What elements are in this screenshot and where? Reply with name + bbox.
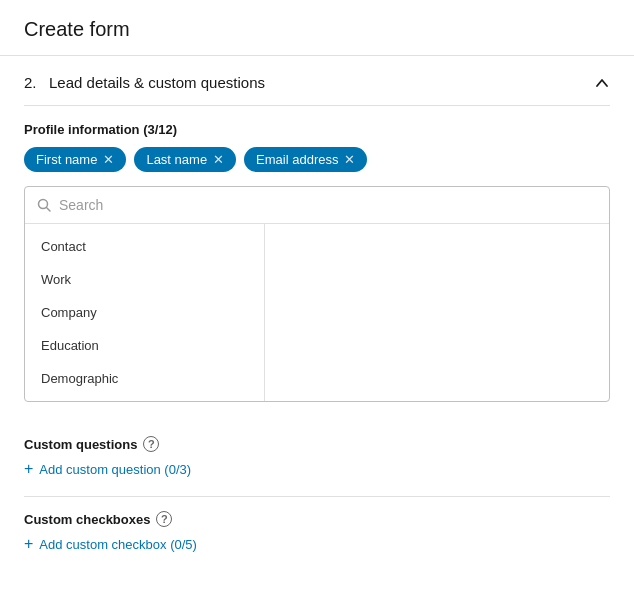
- custom-checkboxes-help-icon[interactable]: ?: [156, 511, 172, 527]
- dropdown-right-panel: [265, 224, 609, 401]
- custom-questions-label: Custom questions ?: [24, 436, 610, 452]
- tag-email-address[interactable]: Email address ✕: [244, 147, 367, 172]
- remove-first-name-icon[interactable]: ✕: [103, 152, 114, 167]
- profile-info-section: Profile information (3/12) First name ✕ …: [24, 106, 610, 553]
- dropdown-item-company[interactable]: Company: [25, 296, 264, 329]
- dropdown-item-contact[interactable]: Contact: [25, 230, 264, 263]
- profile-info-label: Profile information (3/12): [24, 122, 610, 137]
- remove-email-address-icon[interactable]: ✕: [344, 152, 355, 167]
- search-icon: [37, 198, 51, 212]
- dropdown-item-education[interactable]: Education: [25, 329, 264, 362]
- tag-first-name-label: First name: [36, 152, 97, 167]
- custom-questions-section: Custom questions ? + Add custom question…: [24, 422, 610, 478]
- chevron-up-icon[interactable]: [594, 75, 610, 91]
- tag-last-name[interactable]: Last name ✕: [134, 147, 236, 172]
- section-title: 2. Lead details & custom questions: [24, 74, 265, 91]
- search-row: [25, 187, 609, 224]
- section-title-text: Lead details & custom questions: [49, 74, 265, 91]
- tag-email-address-label: Email address: [256, 152, 338, 167]
- custom-questions-help-icon[interactable]: ?: [143, 436, 159, 452]
- page-title: Create form: [0, 0, 634, 56]
- custom-checkboxes-label: Custom checkboxes ?: [24, 511, 610, 527]
- plus-icon-questions: +: [24, 460, 33, 478]
- custom-checkboxes-section: Custom checkboxes ? + Add custom checkbo…: [24, 497, 610, 553]
- dropdown-item-demographic[interactable]: Demographic: [25, 362, 264, 395]
- dropdown-body: Contact Work Company Education Demograph…: [25, 224, 609, 401]
- dropdown-container: Contact Work Company Education Demograph…: [24, 186, 610, 402]
- svg-line-1: [47, 208, 51, 212]
- remove-last-name-icon[interactable]: ✕: [213, 152, 224, 167]
- add-custom-checkbox-link[interactable]: + Add custom checkbox (0/5): [24, 535, 610, 553]
- add-custom-question-label: Add custom question (0/3): [39, 462, 191, 477]
- tag-last-name-label: Last name: [146, 152, 207, 167]
- search-input[interactable]: [59, 197, 239, 213]
- plus-icon-checkboxes: +: [24, 535, 33, 553]
- add-custom-checkbox-label: Add custom checkbox (0/5): [39, 537, 197, 552]
- tag-first-name[interactable]: First name ✕: [24, 147, 126, 172]
- section-number: 2.: [24, 74, 37, 91]
- tags-row: First name ✕ Last name ✕ Email address ✕: [24, 147, 610, 172]
- dropdown-left-panel: Contact Work Company Education Demograph…: [25, 224, 265, 401]
- dropdown-item-work[interactable]: Work: [25, 263, 264, 296]
- section-header: 2. Lead details & custom questions: [24, 56, 610, 106]
- add-custom-question-link[interactable]: + Add custom question (0/3): [24, 460, 610, 478]
